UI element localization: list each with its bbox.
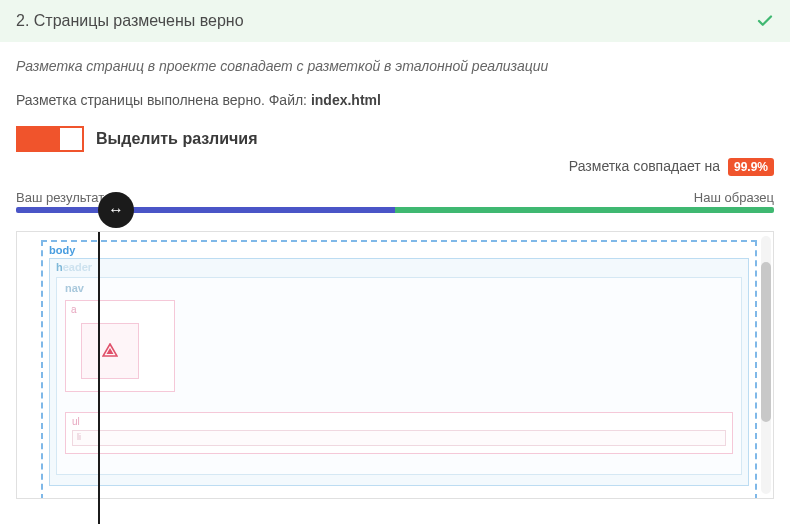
toggle-knob: [60, 128, 82, 150]
tag-label-ul: ul: [72, 416, 726, 427]
match-row: Разметка совпадает на 99.9%: [16, 158, 774, 176]
content-area: Разметка страниц в проекте совпадает с р…: [0, 42, 790, 515]
description-text: Разметка страниц в проекте совпадает с р…: [16, 58, 774, 74]
preview-pane: ▴ body header nav a: [16, 231, 774, 499]
tag-box-body: body header nav a: [41, 240, 757, 499]
section-header: 2. Страницы размечены верно: [0, 0, 790, 42]
reference-label: Наш образец: [694, 190, 774, 205]
match-percent-badge: 99.9%: [728, 158, 774, 176]
compare-bar-wrap: ↔: [16, 207, 774, 213]
diff-toggle[interactable]: [16, 126, 84, 152]
tag-label-body: body: [47, 244, 751, 256]
status-line: Разметка страницы выполнена верно. Файл:…: [16, 92, 774, 108]
tag-label-li: li: [77, 432, 81, 442]
compare-divider-line[interactable]: [98, 232, 100, 524]
tag-label-header: header: [56, 261, 742, 273]
match-text: Разметка совпадает на: [569, 158, 720, 174]
tag-box-li: li: [72, 430, 726, 446]
toggle-label: Выделить различия: [96, 130, 257, 148]
file-label: Файл:: [269, 92, 311, 108]
checkmark-icon: [756, 12, 774, 30]
triangle-logo-icon: [102, 343, 118, 360]
preview-inner: body header nav a: [17, 232, 773, 499]
tag-box-a: a: [65, 300, 175, 392]
tag-label-a: a: [71, 304, 169, 315]
compare-slider-handle[interactable]: ↔: [98, 192, 134, 228]
resize-horizontal-icon: ↔: [108, 201, 124, 219]
file-name: index.html: [311, 92, 381, 108]
toggle-row: Выделить различия: [16, 126, 774, 152]
tag-box-nav: nav a ul li: [56, 277, 742, 475]
tag-box-ul: ul li: [65, 412, 733, 454]
scrollbar-thumb[interactable]: [761, 262, 771, 422]
tag-box-header: header nav a ul: [49, 258, 749, 486]
tag-label-nav: nav: [65, 282, 733, 294]
section-title: 2. Страницы размечены верно: [16, 12, 244, 30]
tag-box-img: [81, 323, 139, 379]
status-text: Разметка страницы выполнена верно.: [16, 92, 269, 108]
your-result-label: Ваш результат: [16, 190, 104, 205]
